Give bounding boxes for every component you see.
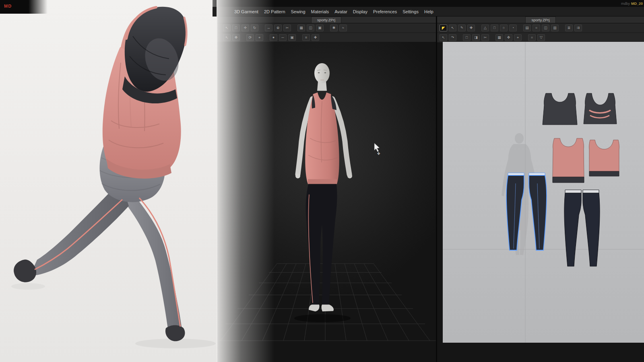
pattern-piece-tank-back-dark[interactable]	[584, 93, 617, 124]
3d-viewport[interactable]: ✥	[217, 42, 436, 362]
pattern-piece-tank-back-pink[interactable]	[589, 140, 619, 176]
tab-sporty-3d[interactable]: sporty.ZPrj	[311, 16, 341, 23]
2d-pattern-canvas[interactable]	[443, 42, 644, 343]
dart-tool-icon[interactable]: ◔	[509, 25, 517, 31]
menu-item-preferences[interactable]: Preferences	[370, 9, 400, 14]
add-icon[interactable]: ✚	[312, 34, 319, 41]
layer-icon[interactable]: ≣	[565, 25, 573, 31]
avatar-leggings	[306, 184, 337, 305]
pin-icon[interactable]: ⊕	[274, 25, 282, 31]
2d-window-tabbar: sporty.ZPrj	[437, 16, 644, 23]
menu-item-avatar[interactable]: Avatar	[332, 9, 350, 14]
pattern-piece-tank-front-pink[interactable]	[553, 138, 584, 183]
scale-icon[interactable]: ↔	[265, 25, 272, 31]
surface-icon[interactable]: ▣	[316, 25, 324, 31]
panel-pair-icon[interactable]: ◫	[307, 25, 314, 31]
brand-logo: MD	[4, 4, 12, 8]
garment-render-image	[0, 0, 217, 362]
texture-tool-icon[interactable]: ▽	[537, 34, 545, 41]
seam-allowance-icon[interactable]: ▥	[551, 25, 559, 31]
menu-item-materials[interactable]: Materials	[308, 9, 332, 14]
add-point-icon[interactable]: ✚	[467, 25, 475, 31]
grading-icon[interactable]: ⌗	[533, 25, 540, 31]
box-tool-icon[interactable]: □	[463, 34, 471, 41]
menu-item-display[interactable]: Display	[350, 9, 370, 14]
mouse-cursor: ✥	[374, 143, 380, 156]
notch-icon[interactable]: ◫	[542, 25, 549, 31]
menu-item-sewing[interactable]: Sewing	[288, 9, 308, 14]
face-icon[interactable]: ▣	[288, 34, 296, 41]
scissors-icon[interactable]: ✂	[283, 25, 291, 31]
app-window: sporty.ZPrj ↖ □ ✛ ↻ ↔ ⊕ ✂ ▦ ◫ ▣ ✱ ≈ ↖ ✥ …	[0, 0, 644, 362]
measure-tool-icon[interactable]: ⌗	[528, 34, 536, 41]
brand-logo-box: MD	[0, 0, 47, 14]
3d-garment-window: sporty.ZPrj ↖ □ ✛ ↻ ↔ ⊕ ✂ ▦ ◫ ▣ ✱ ≈ ↖ ✥ …	[217, 16, 436, 362]
circle-tool-icon[interactable]: ○	[500, 25, 508, 31]
select-pattern-icon[interactable]: ↖	[440, 34, 447, 41]
svg-text:✥: ✥	[377, 152, 380, 156]
fabric-icon[interactable]: ▦	[297, 25, 305, 31]
menu-item-3d-garment[interactable]: 3D Garment	[231, 9, 261, 14]
grid-tool-icon[interactable]: ▦	[495, 34, 503, 41]
rotate-pattern-icon[interactable]: ↷	[449, 34, 456, 41]
polygon-tool-icon[interactable]: △	[481, 25, 489, 31]
settings-icon[interactable]: ✱	[330, 25, 338, 31]
transform-icon[interactable]: ✥	[232, 34, 240, 41]
menu-item-help[interactable]: Help	[421, 9, 436, 14]
panel-divider	[436, 16, 437, 362]
rotate-icon[interactable]: ↻	[251, 25, 258, 31]
move-tool-icon[interactable]: ✥	[505, 34, 512, 41]
cut-tool-icon[interactable]: ✂	[481, 34, 489, 41]
tab-sporty-2d[interactable]: sporty.ZPrj	[525, 16, 555, 23]
orbit-icon[interactable]: ⟳	[246, 34, 254, 41]
watermark: mdbyMD_20	[621, 2, 643, 6]
edit-pattern-icon[interactable]: ↖	[449, 25, 456, 31]
mirror-tool-icon[interactable]: ◨	[472, 34, 480, 41]
2d-toolbar-row-2: ↖ ↷ □ ◨ ✂ ▦ ✥ ⌖ ⌗ ▽	[437, 33, 644, 43]
select-2-icon[interactable]: ↖	[223, 34, 231, 41]
menu-row: 3D Garment 2D Pattern Sewing Materials A…	[213, 7, 644, 16]
point-icon[interactable]: ●	[270, 34, 277, 41]
3d-toolbar-row-2: ↖ ✥ ⟳ ⌖ ● ─ ▣ ≡ ✚	[217, 33, 436, 43]
box-select-icon[interactable]: □	[232, 25, 240, 31]
avatar-3d[interactable]	[294, 63, 352, 322]
internal-shape-icon[interactable]: ▤	[523, 25, 531, 31]
2d-toolbar-row-1: ◤ ↖ ✎ ✚ △ □ ○ ◔ ▤ ⌗ ◫ ▥ ≣ ⇉	[437, 23, 644, 33]
target-tool-icon[interactable]: ⌖	[514, 34, 522, 41]
edit-curvature-icon[interactable]: ✎	[458, 25, 466, 31]
pattern-piece-leggings-pair[interactable]	[564, 190, 600, 266]
move-gizmo-icon[interactable]: ✛	[242, 25, 249, 31]
menu-item-settings[interactable]: Settings	[400, 9, 421, 14]
3d-toolbar-row-1: ↖ □ ✛ ↻ ↔ ⊕ ✂ ▦ ◫ ▣ ✱ ≈	[217, 23, 436, 33]
menu-item-2d-pattern[interactable]: 2D Pattern	[261, 9, 288, 14]
pattern-piece-tank-front-dark[interactable]	[543, 93, 577, 125]
2d-pattern-window: sporty.ZPrj ◤ ↖ ✎ ✚ △ □ ○ ◔ ▤ ⌗ ◫ ▥ ≣ ⇉ …	[437, 16, 644, 362]
focus-icon[interactable]: ⌖	[256, 34, 263, 41]
transform-pattern-icon[interactable]: ◤	[440, 25, 447, 31]
3d-window-tabbar: sporty.ZPrj	[217, 16, 436, 23]
menu-bar: mdbyMD_20 3D Garment 2D Pattern Sewing M…	[213, 0, 644, 16]
sync-icon[interactable]: ⇉	[574, 25, 582, 31]
line-icon[interactable]: ─	[279, 34, 287, 41]
select-tool-icon[interactable]: ↖	[223, 25, 231, 31]
rectangle-tool-icon[interactable]: □	[491, 25, 498, 31]
wind-icon[interactable]: ≈	[339, 25, 347, 31]
list-icon[interactable]: ≡	[302, 34, 310, 41]
title-strip: mdbyMD_20	[213, 0, 644, 7]
